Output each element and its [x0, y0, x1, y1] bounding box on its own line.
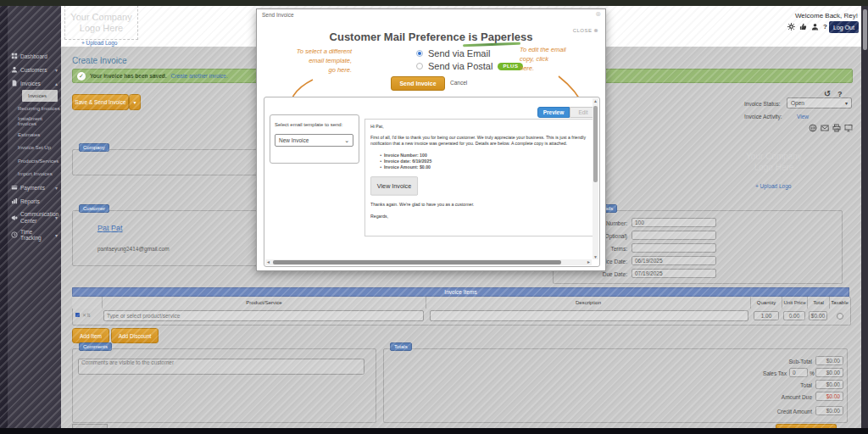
row-drag-handle[interactable]: [75, 313, 80, 317]
send-invoice-modal: Send Invoice ⊗ CLOSE ⊗ Customer Mail Pre…: [256, 8, 606, 271]
sidebar-item-payments[interactable]: Payments ▾: [8, 181, 61, 194]
chevron-down-icon: ▾: [55, 185, 58, 191]
po-number-field[interactable]: [632, 231, 716, 240]
sidebar-subitem-recurring-invoices[interactable]: Recurring Invoices: [8, 102, 61, 115]
email-icon[interactable]: [821, 124, 829, 132]
horizontal-scrollbar[interactable]: ◄ ►: [265, 259, 592, 265]
scroll-left-icon[interactable]: ◄: [266, 259, 270, 264]
product-service-input[interactable]: [103, 310, 424, 321]
template-chooser-box: Select email template to send: New Invoi…: [270, 114, 359, 164]
radio-unselected-icon[interactable]: [416, 63, 423, 70]
email-bullet: • Invoice Number: 100: [380, 152, 591, 158]
totals-section-tab: Totals: [390, 342, 412, 351]
terms-field[interactable]: [632, 243, 716, 253]
logout-button[interactable]: Log Out: [829, 21, 859, 33]
add-item-button[interactable]: Add Item: [72, 328, 109, 343]
template-select[interactable]: New Invoice ⌄: [275, 134, 353, 147]
cancel-link[interactable]: Cancel: [450, 80, 467, 86]
sidebar-label: Customers: [20, 67, 47, 73]
megaphone-icon: [11, 214, 18, 221]
sidebar-subitem-estimates[interactable]: Estimates: [8, 128, 61, 142]
close-icon[interactable]: ⊗: [595, 10, 601, 18]
invoice-items-bar: Invoice Items: [72, 287, 849, 297]
sales-tax-label: Sales Tax: [721, 370, 787, 376]
due-date-field[interactable]: 07/19/2025: [632, 269, 716, 278]
company-logo-placeholder[interactable]: Your Company Logo Here: [64, 5, 138, 40]
scroll-up-icon[interactable]: ▲: [593, 98, 598, 103]
vertical-scrollbar[interactable]: ▲ ▼: [593, 98, 598, 259]
customer-section-tab: Customer: [79, 204, 109, 213]
credit-amount-label: Credit Amount: [678, 409, 812, 415]
annotation-left: To select a differentemail template,go h…: [264, 47, 352, 75]
sidebar-subitem-installment-invoices[interactable]: Installment Invoices: [8, 115, 61, 129]
company-logo-placeholder[interactable]: Your Company Logo Here: [736, 142, 812, 181]
description-input[interactable]: [430, 310, 748, 321]
customer-name-link[interactable]: Pat Pat: [97, 224, 123, 232]
sidebar-item-reports[interactable]: Reports: [8, 194, 61, 208]
page-title: Create Invoice: [72, 56, 126, 65]
quantity-input[interactable]: 1.00: [754, 311, 779, 320]
sales-tax-pct-input[interactable]: 0: [789, 368, 808, 377]
unit-price-column-header: Unit Price: [782, 297, 807, 309]
send-via-postal-option[interactable]: Send via Postal PLUS: [416, 61, 523, 71]
monitor-icon[interactable]: [844, 124, 853, 132]
invoice-status-select[interactable]: Open▾: [787, 97, 852, 108]
save-send-invoice-button[interactable]: Save & Send Invoice: [72, 94, 129, 110]
preview-button[interactable]: Preview: [537, 107, 570, 118]
send-via-email-option[interactable]: Send via Email: [416, 48, 490, 58]
invoice-date-field[interactable]: 06/19/2025: [632, 256, 716, 265]
invoice-activity-view-link[interactable]: View: [797, 114, 809, 120]
sales-tax-value: $0.00: [815, 368, 843, 377]
banner-link[interactable]: Create another invoice.: [171, 73, 228, 79]
invoice-status-label: Invoice Status:: [744, 101, 781, 107]
sidebar-label: Dashboard: [20, 53, 47, 59]
invoice-number-field[interactable]: 100: [632, 218, 716, 227]
sidebar-subitem-import-invoices[interactable]: Import Invoices: [8, 168, 61, 181]
sidebar-item-time-tracking[interactable]: Time Tracking ▾: [8, 228, 61, 242]
chevron-down-icon: ▾: [133, 99, 136, 105]
email-closing: Thanks again. We're glad to have you as …: [370, 202, 591, 208]
browser-scrollbar[interactable]: [861, 6, 868, 428]
sidebar-item-customers[interactable]: Customers ▾: [8, 63, 61, 76]
top-chrome-bar: [0, 0, 868, 6]
taxable-column-header: Taxable: [829, 297, 849, 309]
scroll-down-icon[interactable]: ▼: [593, 254, 598, 259]
user-icon[interactable]: [811, 23, 819, 31]
modal-heading: Customer Mail Preference is Paperless: [257, 31, 605, 43]
email-editor-panel: Select email template to send: New Invoi…: [264, 97, 600, 267]
sidebar-subitem-invoices-active[interactable]: Invoices: [22, 90, 58, 102]
sidebar-subitem-invoice-set-up[interactable]: Invoice Set Up: [8, 142, 61, 155]
thumbs-up-icon[interactable]: [799, 23, 807, 31]
modal-window-title: Send Invoice: [262, 12, 294, 18]
unit-price-input[interactable]: 0.00: [783, 311, 805, 320]
sidebar-item-dashboard[interactable]: Dashboard: [8, 49, 61, 63]
scroll-right-icon[interactable]: ►: [587, 259, 591, 264]
gear-icon[interactable]: [787, 23, 795, 31]
globe-icon[interactable]: [809, 124, 817, 132]
upload-logo-link[interactable]: + Upload Logo: [81, 40, 117, 46]
view-invoice-button[interactable]: View Invoice: [370, 176, 418, 195]
row-delete-icon[interactable]: ✕⇅: [82, 312, 91, 318]
sidebar-edge: [0, 6, 8, 428]
save-send-dropdown-button[interactable]: ▾: [129, 94, 141, 110]
taxable-radio[interactable]: [837, 313, 843, 320]
sub-total-value: $0.00: [815, 356, 843, 365]
add-discount-button[interactable]: Add Discount: [111, 328, 159, 343]
template-label: Select email template to send:: [275, 122, 342, 127]
invoice-activity-label: Invoice Activity:: [744, 114, 782, 120]
sidebar-item-invoices[interactable]: Invoices ▴: [8, 76, 61, 90]
annotation-right: To edit the emailcopy, clickhere.: [520, 45, 587, 73]
help-icon[interactable]: ?: [823, 23, 827, 31]
email-body: First of all, I'd like to thank you for …: [370, 135, 591, 147]
sidebar-item-communication-center[interactable]: Communication Center ▾: [8, 208, 61, 228]
radio-selected-icon[interactable]: [416, 50, 423, 57]
total-column-header: Total: [807, 297, 829, 309]
sidebar-label: Reports: [20, 198, 40, 204]
scrollbar-thumb[interactable]: [863, 9, 867, 50]
sidebar-subitem-products-services[interactable]: Products/Services: [8, 154, 61, 168]
upload-logo-link[interactable]: + Upload Logo: [755, 183, 791, 189]
comments-section-tab: Comments: [79, 342, 112, 351]
comments-textarea[interactable]: [78, 359, 364, 375]
printer-icon[interactable]: [832, 124, 841, 132]
send-invoice-button[interactable]: Send Invoice: [391, 76, 445, 91]
